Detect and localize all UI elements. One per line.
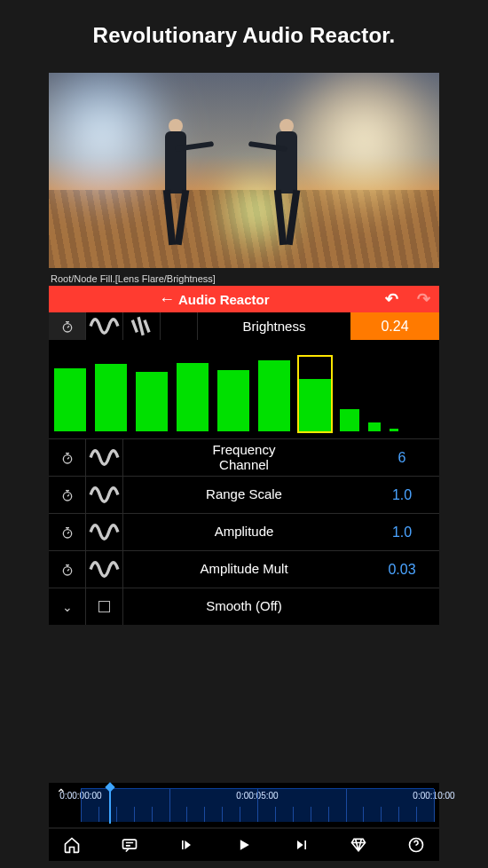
playhead[interactable]: [109, 787, 111, 824]
timeline[interactable]: ⌃ 0:00:00:000:00:05:000:00:10:00: [49, 783, 439, 827]
param-label: Smooth (Off): [123, 588, 365, 625]
diamond-button[interactable]: [342, 829, 374, 861]
chart-bar[interactable]: [299, 357, 331, 431]
stopwatch-icon[interactable]: [49, 514, 86, 550]
frequency-chart[interactable]: [49, 341, 439, 438]
chart-bar[interactable]: [177, 357, 209, 431]
chart-bar[interactable]: [54, 357, 86, 431]
redo-button[interactable]: ↷: [407, 289, 439, 309]
chart-bar[interactable]: [390, 357, 398, 431]
comments-button[interactable]: [114, 829, 146, 861]
stopwatch-icon[interactable]: [49, 439, 86, 476]
step-back-button[interactable]: [170, 829, 202, 861]
param-value: [365, 588, 439, 625]
property-label: Brightness: [198, 312, 350, 340]
chart-bar[interactable]: [217, 357, 249, 431]
wave-mode-button[interactable]: [86, 312, 123, 340]
play-button[interactable]: [228, 829, 260, 861]
wave-mode-button[interactable]: [86, 439, 123, 476]
property-row-brightness: Brightness 0.24: [49, 312, 439, 341]
vibrate-mode-button[interactable]: [123, 312, 161, 340]
preview-figure: [155, 119, 196, 252]
param-row: ⌄Smooth (Off): [49, 588, 439, 625]
param-label: Amplitude Mult: [123, 551, 365, 588]
chart-bar[interactable]: [368, 357, 381, 431]
param-value[interactable]: 6: [365, 439, 439, 476]
wave-mode-button[interactable]: [86, 551, 123, 588]
audio-mode-button[interactable]: [161, 312, 198, 340]
svg-point-4: [63, 566, 71, 574]
home-button[interactable]: [56, 829, 88, 861]
panel-title: Audio Reactor: [178, 292, 270, 307]
checkbox[interactable]: [86, 588, 123, 625]
param-row: FrequencyChannel6: [49, 438, 439, 476]
param-row: Amplitude1.0: [49, 513, 439, 550]
chart-bar[interactable]: [136, 357, 168, 431]
wave-mode-button[interactable]: [86, 514, 123, 550]
property-value[interactable]: 0.24: [350, 312, 439, 340]
stopwatch-icon[interactable]: [49, 477, 86, 513]
chart-bar[interactable]: [340, 357, 359, 431]
timeline-track[interactable]: 0:00:00:000:00:05:000:00:10:00: [81, 788, 434, 822]
promo-title: Revolutionary Audio Reactor.: [0, 0, 488, 73]
param-row: Range Scale1.0: [49, 476, 439, 513]
svg-point-2: [63, 492, 71, 500]
wave-mode-button[interactable]: [86, 477, 123, 513]
breadcrumb[interactable]: Root/Node Fill.[Lens Flare/Brightness]: [49, 268, 439, 286]
preview-figure: [266, 119, 307, 252]
help-button[interactable]: [400, 829, 432, 861]
stopwatch-icon[interactable]: [49, 312, 86, 340]
param-label: Range Scale: [123, 477, 365, 513]
step-forward-button[interactable]: [286, 829, 318, 861]
param-value[interactable]: 1.0: [365, 514, 439, 550]
chart-bar[interactable]: [95, 357, 127, 431]
app-frame: Root/Node Fill.[Lens Flare/Brightness] ←…: [49, 73, 439, 625]
undo-button[interactable]: ↶: [375, 289, 407, 309]
back-button[interactable]: ←: [155, 290, 178, 309]
expand-button[interactable]: ⌄: [49, 588, 86, 625]
param-value[interactable]: 1.0: [365, 477, 439, 513]
video-preview[interactable]: [49, 73, 439, 268]
stopwatch-icon[interactable]: [49, 551, 86, 588]
param-label: Amplitude: [123, 514, 365, 550]
svg-rect-5: [122, 840, 136, 848]
svg-point-1: [63, 454, 71, 462]
bottom-toolbar: [49, 829, 439, 861]
svg-point-3: [63, 529, 71, 537]
param-label: FrequencyChannel: [123, 439, 365, 476]
chart-bar[interactable]: [258, 357, 290, 431]
param-row: Amplitude Mult0.03: [49, 550, 439, 588]
param-value[interactable]: 0.03: [365, 551, 439, 588]
